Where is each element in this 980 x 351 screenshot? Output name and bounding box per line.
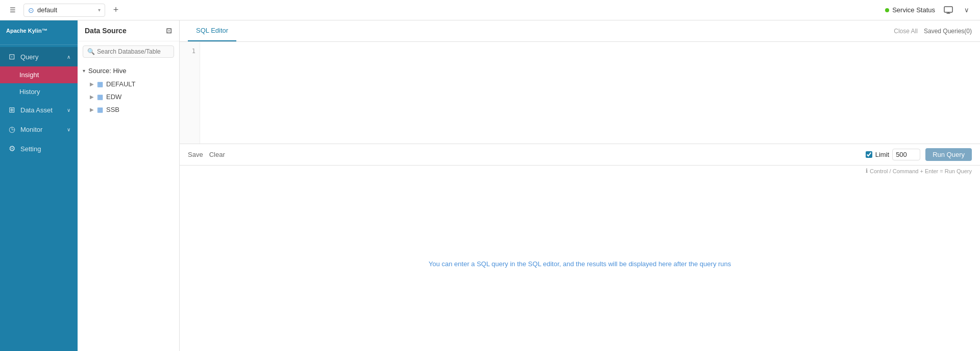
close-all-button[interactable]: Close All (894, 28, 918, 35)
app-logo: Apache Kylin™ (0, 20, 78, 45)
topbar: ☰ ⊙ default ▾ + Service Status ∨ (0, 0, 980, 20)
setting-icon: ⚙ (7, 144, 16, 153)
source-arrow-icon: ▾ (83, 68, 85, 74)
limit-checkbox[interactable] (866, 151, 872, 158)
hamburger-button[interactable]: ☰ (6, 4, 19, 17)
monitor-nav-icon: ◷ (7, 125, 16, 134)
sidebar-item-setting[interactable]: ⚙ Setting (0, 139, 78, 158)
editor-container: 1 (180, 42, 980, 144)
search-box: 🔍 (83, 45, 174, 58)
tree-db-default[interactable]: ▶ ▦ DEFAULT (78, 78, 179, 90)
tab-sql-editor-label: SQL Editor (196, 27, 228, 34)
sql-editor[interactable] (200, 42, 980, 144)
query-label: Query (20, 53, 63, 61)
monitor-arrow-icon: ∨ (67, 127, 70, 132)
sidebar-item-insight[interactable]: Insight (0, 66, 78, 83)
run-query-button[interactable]: Run Query (925, 148, 972, 161)
results-placeholder-text: You can enter a SQL query in the SQL edi… (429, 260, 731, 268)
insight-label: Insight (19, 71, 39, 79)
db-ssb-icon: ▦ (97, 106, 103, 113)
tab-bar: SQL Editor Close All Saved Queries(0) (180, 20, 980, 42)
dropdown-arrow-icon: ∨ (964, 6, 969, 14)
search-icon: 🔍 (87, 48, 95, 55)
topbar-left: ☰ ⊙ default ▾ + (6, 4, 881, 17)
tree-container: ▾ Source: Hive ▶ ▦ DEFAULT ▶ ▦ EDW ▶ ▦ S… (78, 62, 179, 118)
db-ssb-label: SSB (106, 106, 119, 113)
monitor-label: Monitor (20, 126, 63, 133)
sidebar-item-data-asset[interactable]: ⊞ Data Asset ∨ (0, 100, 78, 120)
project-name: default (37, 6, 57, 14)
line-number-1: 1 (180, 46, 200, 56)
search-input[interactable] (97, 48, 169, 55)
svg-rect-0 (944, 7, 952, 12)
clear-button[interactable]: Clear (209, 151, 225, 158)
editor-toolbar: Save Clear Limit Run Query (180, 144, 980, 166)
limit-input[interactable] (892, 149, 920, 160)
selector-arrow-icon: ▾ (98, 7, 101, 13)
hamburger-icon: ☰ (10, 6, 16, 14)
dropdown-button[interactable]: ∨ (960, 3, 974, 17)
monitor-icon-button[interactable] (941, 3, 955, 17)
line-numbers: 1 (180, 42, 200, 144)
tab-sql-editor[interactable]: SQL Editor (188, 20, 236, 41)
db-default-arrow-icon: ▶ (90, 81, 94, 87)
shortcut-row: ℹ Control / Command + Enter = Run Query (180, 166, 980, 176)
sidebar-nav: ⊡ Query ∧ Insight History ⊞ Data Asset ∨… (0, 45, 78, 158)
logo-tm: ™ (42, 28, 47, 34)
db-default-label: DEFAULT (106, 80, 136, 88)
data-asset-label: Data Asset (20, 106, 63, 114)
content-area: Data Source ⊡ 🔍 ▾ Source: Hive ▶ ▦ DEFAU… (78, 20, 980, 351)
db-edw-icon: ▦ (97, 93, 103, 101)
history-label: History (19, 88, 40, 96)
db-default-icon: ▦ (97, 80, 103, 88)
status-dot-icon (885, 8, 889, 12)
project-selector[interactable]: ⊙ default ▾ (23, 4, 105, 17)
editor-toolbar-left: Save Clear (188, 151, 225, 158)
sidebar-item-history[interactable]: History (0, 83, 78, 100)
add-icon: + (113, 5, 119, 15)
query-arrow-icon: ∧ (67, 54, 70, 60)
expand-button[interactable]: ⊡ (166, 27, 172, 35)
limit-group: Limit (866, 149, 920, 160)
tab-bar-right: Close All Saved Queries(0) (894, 28, 972, 35)
logo-text: Apache Kylin (6, 28, 42, 34)
left-panel: Data Source ⊡ 🔍 ▾ Source: Hive ▶ ▦ DEFAU… (78, 20, 180, 351)
tree-source-hive[interactable]: ▾ Source: Hive (78, 64, 179, 78)
left-panel-header: Data Source ⊡ (78, 20, 179, 41)
db-edw-label: EDW (106, 93, 121, 101)
sidebar-item-query[interactable]: ⊡ Query ∧ (0, 47, 78, 66)
db-icon: ⊙ (28, 6, 34, 14)
editor-toolbar-right: Limit Run Query (866, 148, 972, 161)
limit-label: Limit (875, 151, 889, 158)
save-button[interactable]: Save (188, 151, 203, 158)
sidebar: Apache Kylin™ ⊡ Query ∧ Insight History … (0, 20, 78, 351)
setting-label: Setting (20, 145, 70, 153)
saved-queries-button[interactable]: Saved Queries(0) (924, 28, 972, 35)
source-label: Source: Hive (88, 67, 126, 75)
tab-bar-left: SQL Editor (188, 20, 236, 41)
main-layout: Apache Kylin™ ⊡ Query ∧ Insight History … (0, 20, 980, 351)
db-ssb-arrow-icon: ▶ (90, 107, 94, 112)
data-asset-icon: ⊞ (7, 105, 16, 114)
right-panel: SQL Editor Close All Saved Queries(0) 1 … (180, 20, 980, 351)
topbar-right: Service Status ∨ (885, 3, 974, 17)
topbar-icons: ∨ (941, 3, 974, 17)
service-status: Service Status (885, 6, 935, 14)
sidebar-item-monitor[interactable]: ◷ Monitor ∨ (0, 120, 78, 139)
service-status-label: Service Status (892, 6, 935, 14)
data-source-title: Data Source (85, 27, 127, 35)
shortcut-hint: ℹ Control / Command + Enter = Run Query (866, 168, 972, 174)
db-edw-arrow-icon: ▶ (90, 94, 94, 100)
info-icon: ℹ (866, 168, 868, 174)
add-tab-button[interactable]: + (109, 4, 122, 17)
data-asset-arrow-icon: ∨ (67, 107, 70, 113)
results-area: You can enter a SQL query in the SQL edi… (180, 176, 980, 351)
tree-db-edw[interactable]: ▶ ▦ EDW (78, 90, 179, 103)
tree-db-ssb[interactable]: ▶ ▦ SSB (78, 103, 179, 116)
shortcut-text: Control / Command + Enter = Run Query (870, 168, 972, 174)
query-icon: ⊡ (7, 52, 16, 61)
